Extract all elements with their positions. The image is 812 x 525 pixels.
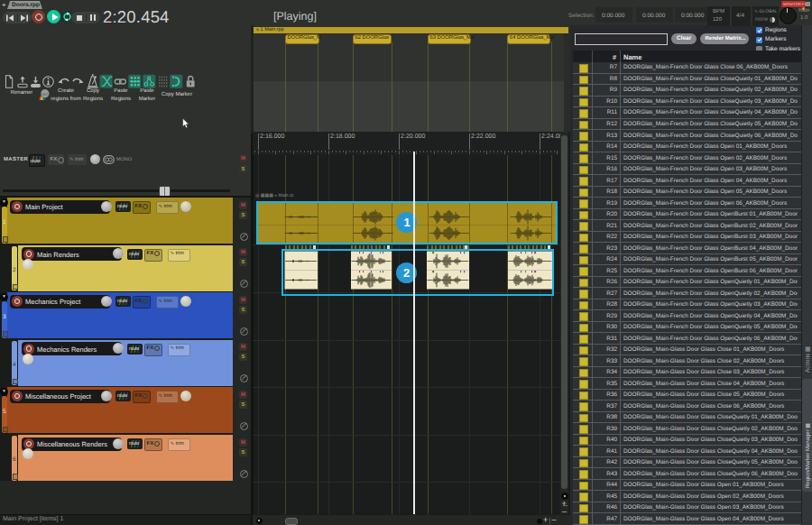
svg-text:SWS: SWS bbox=[41, 91, 49, 95]
